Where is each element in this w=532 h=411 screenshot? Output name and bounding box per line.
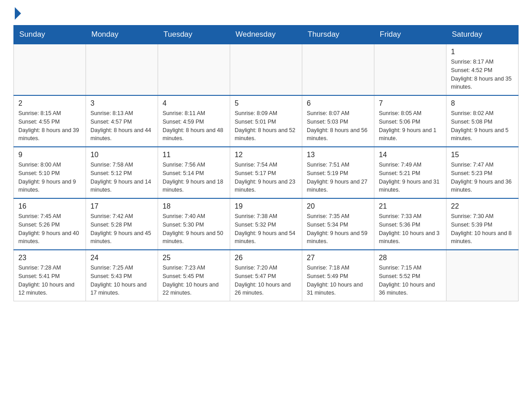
calendar-cell: 22Sunrise: 7:30 AMSunset: 5:39 PMDayligh… bbox=[446, 198, 519, 250]
day-number: 11 bbox=[163, 151, 225, 159]
day-info: Sunrise: 7:54 AMSunset: 5:17 PMDaylight:… bbox=[235, 161, 297, 194]
calendar-cell: 7Sunrise: 8:05 AMSunset: 5:06 PMDaylight… bbox=[374, 95, 446, 147]
day-info: Sunrise: 7:38 AMSunset: 5:32 PMDaylight:… bbox=[235, 212, 297, 246]
calendar-week-row: 2Sunrise: 8:15 AMSunset: 4:55 PMDaylight… bbox=[14, 95, 519, 147]
day-number: 21 bbox=[379, 202, 442, 210]
day-number: 9 bbox=[18, 151, 81, 159]
calendar-header-row: SundayMondayTuesdayWednesdayThursdayFrid… bbox=[14, 26, 519, 44]
day-info: Sunrise: 7:18 AMSunset: 5:49 PMDaylight:… bbox=[307, 264, 369, 297]
calendar-cell: 21Sunrise: 7:33 AMSunset: 5:36 PMDayligh… bbox=[374, 198, 446, 250]
day-number: 1 bbox=[451, 48, 514, 56]
calendar-cell: 8Sunrise: 8:02 AMSunset: 5:08 PMDaylight… bbox=[446, 95, 519, 147]
calendar-cell: 25Sunrise: 7:23 AMSunset: 5:45 PMDayligh… bbox=[158, 250, 230, 301]
page-header bbox=[13, 9, 519, 16]
calendar-week-row: 23Sunrise: 7:28 AMSunset: 5:41 PMDayligh… bbox=[14, 250, 519, 301]
day-info: Sunrise: 8:07 AMSunset: 5:03 PMDaylight:… bbox=[307, 109, 369, 143]
day-info: Sunrise: 7:51 AMSunset: 5:19 PMDaylight:… bbox=[307, 161, 369, 194]
day-number: 13 bbox=[307, 151, 369, 159]
day-number: 27 bbox=[307, 254, 369, 262]
day-info: Sunrise: 7:42 AMSunset: 5:28 PMDaylight:… bbox=[90, 212, 153, 246]
calendar-table: SundayMondayTuesdayWednesdayThursdayFrid… bbox=[13, 25, 519, 301]
calendar-cell: 9Sunrise: 8:00 AMSunset: 5:10 PMDaylight… bbox=[14, 147, 86, 198]
calendar-cell bbox=[302, 44, 374, 95]
day-info: Sunrise: 8:00 AMSunset: 5:10 PMDaylight:… bbox=[18, 161, 81, 194]
calendar-header-sunday: Sunday bbox=[14, 26, 86, 44]
calendar-cell: 15Sunrise: 7:47 AMSunset: 5:23 PMDayligh… bbox=[446, 147, 519, 198]
day-number: 2 bbox=[18, 99, 81, 107]
day-number: 20 bbox=[307, 202, 369, 210]
day-number: 23 bbox=[18, 254, 81, 262]
day-number: 6 bbox=[307, 99, 369, 107]
day-info: Sunrise: 7:15 AMSunset: 5:52 PMDaylight:… bbox=[379, 264, 442, 297]
day-info: Sunrise: 7:58 AMSunset: 5:12 PMDaylight:… bbox=[90, 161, 153, 194]
day-number: 7 bbox=[379, 99, 442, 107]
calendar-cell: 19Sunrise: 7:38 AMSunset: 5:32 PMDayligh… bbox=[230, 198, 302, 250]
day-info: Sunrise: 7:47 AMSunset: 5:23 PMDaylight:… bbox=[451, 161, 514, 194]
calendar-cell: 17Sunrise: 7:42 AMSunset: 5:28 PMDayligh… bbox=[86, 198, 158, 250]
calendar-cell: 2Sunrise: 8:15 AMSunset: 4:55 PMDaylight… bbox=[14, 95, 86, 147]
calendar-cell: 10Sunrise: 7:58 AMSunset: 5:12 PMDayligh… bbox=[86, 147, 158, 198]
calendar-cell bbox=[374, 44, 446, 95]
day-info: Sunrise: 7:45 AMSunset: 5:26 PMDaylight:… bbox=[18, 212, 81, 246]
calendar-week-row: 16Sunrise: 7:45 AMSunset: 5:26 PMDayligh… bbox=[14, 198, 519, 250]
day-number: 4 bbox=[163, 99, 225, 107]
calendar-cell: 26Sunrise: 7:20 AMSunset: 5:47 PMDayligh… bbox=[230, 250, 302, 301]
day-number: 18 bbox=[163, 202, 225, 210]
calendar-cell: 20Sunrise: 7:35 AMSunset: 5:34 PMDayligh… bbox=[302, 198, 374, 250]
day-number: 14 bbox=[379, 151, 442, 159]
calendar-header-tuesday: Tuesday bbox=[158, 26, 230, 44]
day-info: Sunrise: 8:15 AMSunset: 4:55 PMDaylight:… bbox=[18, 109, 81, 143]
day-number: 12 bbox=[235, 151, 297, 159]
calendar-cell bbox=[446, 250, 519, 301]
calendar-cell: 13Sunrise: 7:51 AMSunset: 5:19 PMDayligh… bbox=[302, 147, 374, 198]
calendar-cell: 27Sunrise: 7:18 AMSunset: 5:49 PMDayligh… bbox=[302, 250, 374, 301]
day-info: Sunrise: 8:11 AMSunset: 4:59 PMDaylight:… bbox=[163, 109, 225, 143]
day-info: Sunrise: 8:13 AMSunset: 4:57 PMDaylight:… bbox=[90, 109, 153, 143]
calendar-cell: 4Sunrise: 8:11 AMSunset: 4:59 PMDaylight… bbox=[158, 95, 230, 147]
calendar-header-saturday: Saturday bbox=[446, 26, 519, 44]
day-number: 19 bbox=[235, 202, 297, 210]
calendar-header-wednesday: Wednesday bbox=[230, 26, 302, 44]
day-number: 10 bbox=[90, 151, 153, 159]
day-number: 24 bbox=[90, 254, 153, 262]
day-info: Sunrise: 7:35 AMSunset: 5:34 PMDaylight:… bbox=[307, 212, 369, 246]
day-number: 25 bbox=[163, 254, 225, 262]
day-info: Sunrise: 7:56 AMSunset: 5:14 PMDaylight:… bbox=[163, 161, 225, 194]
day-info: Sunrise: 7:23 AMSunset: 5:45 PMDaylight:… bbox=[163, 264, 225, 297]
calendar-cell: 24Sunrise: 7:25 AMSunset: 5:43 PMDayligh… bbox=[86, 250, 158, 301]
calendar-header-friday: Friday bbox=[374, 26, 446, 44]
calendar-cell: 1Sunrise: 8:17 AMSunset: 4:52 PMDaylight… bbox=[446, 44, 519, 95]
day-number: 26 bbox=[235, 254, 297, 262]
day-info: Sunrise: 7:33 AMSunset: 5:36 PMDaylight:… bbox=[379, 212, 442, 246]
day-number: 28 bbox=[379, 254, 442, 262]
calendar-cell: 16Sunrise: 7:45 AMSunset: 5:26 PMDayligh… bbox=[14, 198, 86, 250]
logo-arrow-icon bbox=[15, 7, 21, 20]
day-info: Sunrise: 7:30 AMSunset: 5:39 PMDaylight:… bbox=[451, 212, 514, 246]
calendar-cell bbox=[230, 44, 302, 95]
calendar-cell: 5Sunrise: 8:09 AMSunset: 5:01 PMDaylight… bbox=[230, 95, 302, 147]
day-info: Sunrise: 8:05 AMSunset: 5:06 PMDaylight:… bbox=[379, 109, 442, 143]
day-info: Sunrise: 7:28 AMSunset: 5:41 PMDaylight:… bbox=[18, 264, 81, 297]
day-number: 15 bbox=[451, 151, 514, 159]
day-info: Sunrise: 8:02 AMSunset: 5:08 PMDaylight:… bbox=[451, 109, 514, 143]
calendar-cell bbox=[14, 44, 86, 95]
calendar-cell: 11Sunrise: 7:56 AMSunset: 5:14 PMDayligh… bbox=[158, 147, 230, 198]
day-number: 8 bbox=[451, 99, 514, 107]
day-number: 22 bbox=[451, 202, 514, 210]
day-info: Sunrise: 7:20 AMSunset: 5:47 PMDaylight:… bbox=[235, 264, 297, 297]
day-number: 16 bbox=[18, 202, 81, 210]
day-number: 3 bbox=[90, 99, 153, 107]
calendar-header-thursday: Thursday bbox=[302, 26, 374, 44]
day-info: Sunrise: 7:49 AMSunset: 5:21 PMDaylight:… bbox=[379, 161, 442, 194]
calendar-cell: 6Sunrise: 8:07 AMSunset: 5:03 PMDaylight… bbox=[302, 95, 374, 147]
calendar-header-monday: Monday bbox=[86, 26, 158, 44]
calendar-cell bbox=[158, 44, 230, 95]
calendar-week-row: 1Sunrise: 8:17 AMSunset: 4:52 PMDaylight… bbox=[14, 44, 519, 95]
day-info: Sunrise: 8:17 AMSunset: 4:52 PMDaylight:… bbox=[451, 58, 514, 91]
logo bbox=[13, 9, 21, 16]
day-info: Sunrise: 8:09 AMSunset: 5:01 PMDaylight:… bbox=[235, 109, 297, 143]
calendar-cell: 3Sunrise: 8:13 AMSunset: 4:57 PMDaylight… bbox=[86, 95, 158, 147]
calendar-cell: 28Sunrise: 7:15 AMSunset: 5:52 PMDayligh… bbox=[374, 250, 446, 301]
calendar-cell: 12Sunrise: 7:54 AMSunset: 5:17 PMDayligh… bbox=[230, 147, 302, 198]
calendar-cell bbox=[86, 44, 158, 95]
